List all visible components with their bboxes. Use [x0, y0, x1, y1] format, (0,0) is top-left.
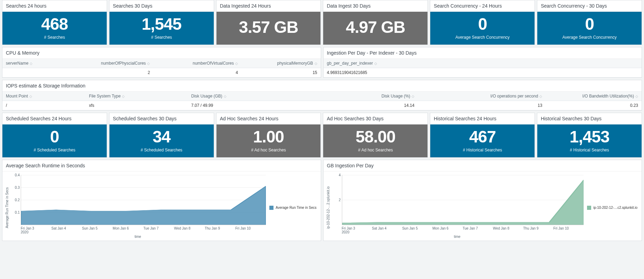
cell-fs: xfs	[86, 101, 188, 110]
sort-icon: ◇	[539, 95, 542, 98]
x-tick: Fri Jan 32020	[342, 226, 372, 234]
legend[interactable]: Average Run Time in Secs	[266, 175, 316, 241]
col-fs[interactable]: File System Type◇	[86, 92, 188, 101]
col-du-pct[interactable]: Disk Usage (%)◇	[303, 92, 418, 101]
cell-du-pct: 14.14	[303, 101, 418, 110]
single-value-number: 0	[478, 15, 487, 34]
col-servername[interactable]: serverName◇	[2, 59, 59, 68]
single-value-number: 1,545	[142, 15, 181, 34]
legend[interactable]: ip-10-202-12-…c2.splunkit.io	[584, 175, 637, 241]
x-axis-label: time	[331, 234, 584, 241]
cell-bw: 0.23	[546, 101, 642, 110]
area-series	[342, 175, 584, 225]
sort-icon: ◇	[635, 95, 638, 98]
single-value-body[interactable]: 1,453# Historical Searches	[537, 124, 642, 157]
panel-title: GB Ingestion Per Day	[324, 160, 642, 171]
single-value-body[interactable]: 1.00# Ad hoc Searches	[217, 124, 321, 157]
y-tick: 2	[332, 198, 341, 202]
single-value-subtitle: # Searches	[44, 35, 65, 40]
col-iops[interactable]: I/O operations per second◇	[418, 92, 546, 101]
x-axis-label: time	[10, 234, 266, 241]
single-value-body[interactable]: 467# Historical Searches	[430, 124, 535, 157]
single-value-number: 34	[153, 128, 170, 146]
sort-icon: ◇	[30, 62, 32, 65]
single-value-body[interactable]: 34# Scheduled Searches	[109, 124, 214, 157]
table-row[interactable]: 4.9693119041621685	[324, 68, 642, 77]
single-value-subtitle: # Scheduled Searches	[34, 148, 76, 152]
cell-vcores: 4	[153, 68, 241, 77]
y-axis-label: Average Run Time in Secs	[4, 175, 10, 241]
panel-title: Ingestion Per Day - Per Indexer - 30 Day…	[324, 47, 642, 59]
panel-title: Data Ingest 30 Days	[323, 0, 427, 12]
y-tick: 4	[332, 173, 341, 177]
single-value-searches-24-hours: Searches 24 hours468# Searches	[2, 0, 107, 45]
panel-title: Data Ingested 24 Hours	[217, 0, 321, 12]
col-du-gb[interactable]: Disk Usage (GB)◇	[188, 92, 303, 101]
legend-label: Average Run Time in Secs	[276, 206, 316, 210]
single-value-subtitle: Average Search Concurrency	[455, 35, 510, 40]
y-tick: 0.1	[11, 210, 20, 214]
cell-mem: 15	[241, 68, 320, 77]
single-value-number: 3.57 GB	[239, 18, 298, 37]
panel-title: Scheduled Searches 24 Hours	[2, 113, 107, 124]
single-value-ad-hoc-searches-24-hours: Ad Hoc Searches 24 Hours1.00# Ad hoc Sea…	[216, 113, 321, 158]
single-value-scheduled-searches-30-days: Scheduled Searches 30 Days34# Scheduled …	[109, 113, 214, 158]
single-value-body[interactable]: 0Average Search Concurrency	[430, 12, 535, 45]
x-tick: Sun Jan 5	[82, 226, 113, 234]
single-value-body[interactable]: 1,545# Searches	[109, 12, 214, 45]
cell-servername	[2, 68, 59, 77]
col-gb-per-day[interactable]: gb_per_day_per_indexer◇	[324, 59, 642, 68]
sort-icon: ◇	[29, 95, 32, 98]
panel-title: Ad Hoc Searches 24 Hours	[217, 113, 321, 124]
sort-icon: ◇	[122, 95, 125, 98]
single-value-body[interactable]: 58.00# Ad hoc Searches	[323, 124, 427, 157]
single-value-body[interactable]: 0Average Search Concurrency	[537, 12, 642, 45]
x-tick: Wed Jan 8	[174, 226, 205, 234]
x-tick: Thu Jan 9	[523, 226, 554, 234]
single-value-number: 0	[50, 128, 59, 146]
sort-icon: ◇	[374, 62, 377, 65]
col-vcores[interactable]: numberOfVirtualCores◇	[153, 59, 241, 68]
panel-title: CPU & Memory	[2, 47, 321, 59]
gb-ingestion-chart-panel: GB Ingestion Per Day ip-10-202-12-…2.spl…	[323, 160, 642, 241]
single-value-body[interactable]: 468# Searches	[2, 12, 107, 45]
sort-icon: ◇	[235, 62, 238, 65]
single-value-subtitle: # Ad hoc Searches	[358, 148, 393, 152]
single-value-subtitle: # Scheduled Searches	[141, 148, 182, 152]
single-value-body[interactable]: 3.57 GB	[217, 12, 321, 45]
y-tick: 0.2	[11, 198, 20, 202]
panel-title: Ad Hoc Searches 30 Days	[323, 113, 427, 124]
legend-label: ip-10-202-12-…c2.splunkit.io	[593, 206, 637, 210]
cell-cores: 2	[59, 68, 153, 77]
table-row[interactable]: / xfs 7.07 / 49.99 14.14 13 0.23	[2, 101, 642, 110]
x-tick: Mon Jan 6	[113, 226, 143, 234]
panel-title: Historical Searches 24 Hours	[430, 113, 535, 124]
col-bw[interactable]: I/O Bandwidth Utilization(%)◇	[546, 92, 642, 101]
single-value-subtitle: Average Search Concurrency	[562, 35, 616, 40]
area-series	[21, 175, 266, 225]
single-value-body[interactable]: 0# Scheduled Searches	[2, 124, 107, 157]
single-value-subtitle: # Historical Searches	[570, 148, 609, 152]
single-value-historical-searches-24-hours: Historical Searches 24 Hours467# Histori…	[430, 113, 535, 158]
x-tick: Sat Jan 4	[372, 226, 402, 234]
single-value-subtitle: # Historical Searches	[463, 148, 502, 152]
x-tick: Tue Jan 7	[143, 226, 174, 234]
single-value-body[interactable]: 4.97 GB	[323, 12, 427, 45]
single-value-data-ingested-24-hours: Data Ingested 24 Hours3.57 GB	[216, 0, 321, 45]
table-row[interactable]: 2 4 15	[2, 68, 321, 77]
plot-area[interactable]: 0.10.20.30.4	[21, 175, 266, 225]
chart-area[interactable]: ip-10-202-12-…2.splunkit.io24Fri Jan 320…	[324, 171, 642, 241]
col-mount[interactable]: Mount Point◇	[2, 92, 86, 101]
x-tick: Mon Jan 6	[432, 226, 463, 234]
x-tick: Sun Jan 5	[402, 226, 433, 234]
chart-area[interactable]: Average Run Time in Secs0.10.20.30.4Fri …	[2, 171, 321, 241]
iops-panel: IOPS estimate & Storage Information Moun…	[2, 80, 642, 111]
single-value-search-concurrency-30-days: Search Concurrency - 30 Days0Average Sea…	[537, 0, 642, 45]
x-tick: Fri Jan 10	[554, 226, 584, 234]
x-tick: Sat Jan 4	[51, 226, 82, 234]
single-value-search-concurrency-24-hours: Search Concurrency - 24 Hours0Average Se…	[430, 0, 535, 45]
col-physcores[interactable]: numberOfPhyscialCores◇	[59, 59, 153, 68]
plot-area[interactable]: 24	[342, 175, 584, 225]
single-value-number: 1,453	[569, 128, 609, 146]
col-mem[interactable]: physicalMemoryGB◇	[241, 59, 320, 68]
